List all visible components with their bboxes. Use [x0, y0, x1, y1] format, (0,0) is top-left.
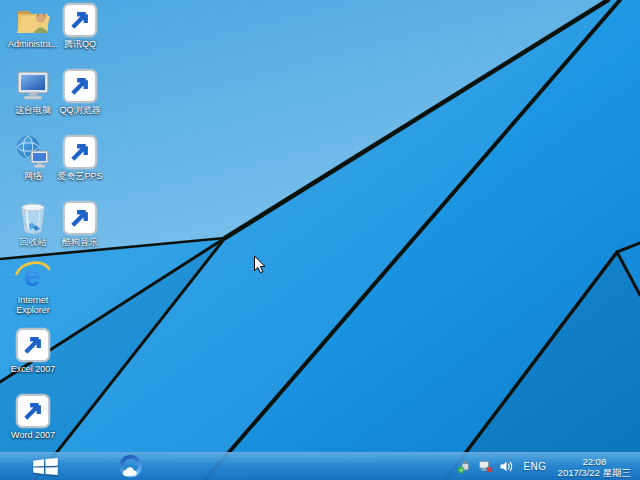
start-button[interactable]: [0, 453, 62, 480]
taskbar-clock[interactable]: 22:08 2017/3/22 星期三: [556, 456, 633, 478]
icon-label: 网络: [24, 171, 42, 181]
taskbar: ENG 22:08 2017/3/22 星期三: [0, 452, 640, 480]
word-icon: W: [14, 393, 52, 429]
icon-label: 爱奇艺PPS: [57, 171, 102, 181]
icon-label: Word 2007: [11, 430, 55, 440]
icon-label: QQ浏览器: [59, 105, 100, 115]
clock-time: 22:08: [582, 456, 606, 467]
user-folder-icon: [14, 2, 52, 38]
computer-monitor-icon: [14, 68, 52, 104]
windows-desktop: Administra... 腾讯QQ: [0, 0, 640, 480]
desktop-icon-tencent-qq[interactable]: 腾讯QQ: [52, 2, 108, 49]
qq-browser-icon: [61, 68, 99, 104]
kugou-icon: K: [61, 200, 99, 236]
desktop-icon-internet-explorer[interactable]: e Internet Explorer: [5, 258, 61, 316]
network-globe-icon: [14, 134, 52, 170]
icon-label: 腾讯QQ: [64, 39, 96, 49]
icon-label: Excel 2007: [11, 364, 56, 374]
iqiyi-icon: iQIYI: [61, 134, 99, 170]
icon-label: 酷狗音乐: [62, 237, 98, 247]
language-indicator[interactable]: ENG: [520, 461, 549, 472]
desktop-icon-excel-2007[interactable]: X Excel 2007: [5, 327, 61, 374]
icon-label: 回收站: [20, 237, 47, 247]
shortcut-arrow-icon: [14, 327, 52, 363]
shortcut-arrow-icon: [61, 2, 99, 38]
windows-logo-icon: [33, 458, 58, 475]
desktop-icon-word-2007[interactable]: W Word 2007: [5, 393, 61, 440]
shortcut-arrow-icon: [61, 68, 99, 104]
icon-label: 这台电脑: [15, 105, 51, 115]
volume-tray-icon[interactable]: [499, 459, 514, 474]
desktop-icon-iqiyi-pps[interactable]: iQIYI 爱奇艺PPS: [52, 134, 108, 181]
icon-label: Internet Explorer: [5, 295, 61, 316]
desktop-icon-qq-browser[interactable]: QQ浏览器: [52, 68, 108, 115]
clock-date: 2017/3/22 星期三: [558, 467, 631, 478]
shortcut-arrow-icon: [14, 393, 52, 429]
network-disconnected-tray-icon[interactable]: [478, 459, 493, 474]
shortcut-arrow-icon: [61, 200, 99, 236]
qq-penguin-icon: [61, 2, 99, 38]
recycle-bin-icon: [14, 200, 52, 236]
icon-label: Administra...: [8, 39, 58, 49]
shortcut-arrow-icon: [61, 134, 99, 170]
taskbar-qq-browser-button[interactable]: [117, 454, 144, 480]
system-tray: ENG 22:08 2017/3/22 星期三: [457, 453, 640, 480]
ie-icon: e: [14, 258, 52, 294]
desktop-icon-kugou-music[interactable]: K 酷狗音乐: [52, 200, 108, 247]
usb-device-tray-icon[interactable]: [457, 459, 472, 474]
excel-icon: X: [14, 327, 52, 363]
